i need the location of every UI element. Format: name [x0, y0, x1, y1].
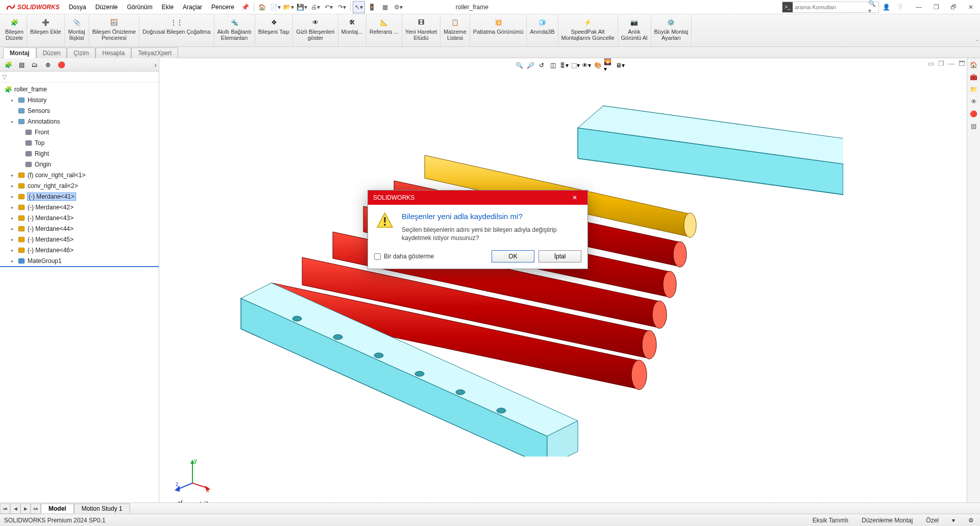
twist-icon[interactable]: ▸ — [9, 205, 15, 210]
dont-show-checkbox[interactable] — [374, 253, 381, 260]
dock-custom-icon[interactable]: ▤ — [968, 121, 979, 132]
dont-show-again[interactable]: Bir daha gösterme — [374, 253, 434, 260]
tree-node[interactable]: ▸(f) conv_right_rail<1> — [0, 170, 159, 180]
search-icon[interactable]: 🔍▾ — [868, 0, 878, 14]
user-icon[interactable]: 👤 — [880, 1, 892, 13]
tab-property-icon[interactable]: ▤ — [15, 59, 28, 70]
tab-tekyaz[interactable]: TekyazXpert — [131, 47, 178, 58]
tree-root[interactable]: 🧩 roller_frame — [0, 84, 159, 94]
mdi-min[interactable]: — — [947, 59, 955, 67]
twist-icon[interactable]: ▸ — [9, 216, 15, 221]
panel-collapse-icon[interactable]: › — [154, 61, 157, 69]
close-button[interactable]: ✕ — [964, 2, 978, 13]
tab-motion-study[interactable]: Motion Study 1 — [74, 504, 130, 513]
tab-assembly[interactable]: Montaj — [3, 47, 36, 58]
tree-node[interactable]: Sensors — [0, 105, 159, 116]
dialog-close-icon[interactable]: ✕ — [567, 190, 582, 205]
help-icon[interactable]: ❔ — [893, 1, 905, 13]
tab-prev-icon[interactable]: ◀ — [10, 504, 20, 514]
dock-home-icon[interactable]: 🏠 — [968, 59, 979, 70]
tab-sketch[interactable]: Çizim — [67, 47, 95, 58]
open-icon[interactable]: 📂▾ — [283, 1, 295, 13]
ribbon-exploded-view[interactable]: 💥Patlatma Görünümü — [470, 15, 527, 46]
twist-icon[interactable]: ▸ — [9, 173, 15, 178]
status-units[interactable]: Özel — [924, 517, 941, 524]
tree-node[interactable]: Right — [0, 148, 159, 159]
ribbon-reference-geometry[interactable]: 📐Referans ... — [366, 15, 402, 46]
ribbon-mate[interactable]: 📎Montajİlişkisi — [65, 15, 89, 46]
menu-file[interactable]: Dosya — [65, 2, 90, 13]
mdi-tile[interactable]: ❐ — [937, 59, 945, 67]
dock-view-icon[interactable]: 👁 — [968, 96, 979, 107]
twist-icon[interactable]: ▸ — [9, 237, 15, 242]
save-icon[interactable]: 💾▾ — [296, 1, 308, 13]
command-search[interactable]: >_ 🔍▾ — [782, 2, 879, 13]
tree-node[interactable]: ▸(-) Merdane<42> — [0, 202, 159, 212]
select-icon[interactable]: ↖▾ — [353, 1, 365, 13]
ribbon-move-component[interactable]: ✥Bileşeni Taşı — [255, 15, 293, 46]
mdi-max[interactable]: 🗖 — [958, 59, 966, 67]
dock-appearances-icon[interactable]: 🔴 — [968, 108, 979, 119]
twist-icon[interactable]: ▸ — [9, 98, 15, 103]
menu-window[interactable]: Pencere — [207, 2, 238, 13]
menu-insert[interactable]: Ekle — [158, 2, 178, 13]
tab-dim-icon[interactable]: ⊕ — [42, 59, 54, 70]
tree-node[interactable]: ▸(-) Merdane<44> — [0, 223, 159, 234]
tab-first-icon[interactable]: ⏮ — [0, 504, 10, 514]
graphics-viewport[interactable]: 🔍 🔎 ↺ ◫ 🎛▾ ⬚▾ 👁▾ 🎨 🌄▾ 🖥▾ ▭ ❐ — 🗖 ✕ — [159, 58, 980, 514]
ribbon-smart-fasteners[interactable]: 🔩Akıllı BağlantıElemanları — [214, 15, 255, 46]
dialog-titlebar[interactable]: SOLIDWORKS ✕ — [368, 190, 587, 205]
menu-tools[interactable]: Araçlar — [179, 2, 206, 13]
tab-last-icon[interactable]: ⏭ — [31, 504, 41, 514]
status-gear-icon[interactable]: ⚙ — [966, 517, 976, 524]
tree-node[interactable]: Top — [0, 137, 159, 148]
undo-icon[interactable]: ↶▾ — [323, 1, 335, 13]
ribbon-bom[interactable]: 📋MalzemeListesi — [440, 15, 470, 46]
rebuild-icon[interactable]: ▦ — [379, 1, 391, 13]
tab-feature-tree-icon[interactable]: 🧩 — [2, 59, 14, 70]
tree-node[interactable]: Origin — [0, 159, 159, 170]
tab-next-icon[interactable]: ▶ — [20, 504, 31, 514]
dock-resources-icon[interactable]: 🧰 — [968, 71, 979, 83]
tree-rollback-bar[interactable] — [0, 266, 159, 267]
ok-button[interactable]: OK — [492, 250, 534, 262]
new-icon[interactable]: 📄▾ — [270, 1, 282, 13]
tree-node[interactable]: ▸History — [0, 94, 159, 105]
redo-icon[interactable]: ↷▾ — [336, 1, 348, 13]
restore-button[interactable]: 🗗 — [946, 2, 961, 13]
twist-icon[interactable]: ▸ — [9, 258, 15, 264]
twist-icon[interactable]: ▸ — [9, 119, 15, 124]
mdi-pin[interactable]: ▭ — [927, 59, 935, 67]
tree-node[interactable]: ▸(-) Merdane<43> — [0, 212, 159, 223]
traffic-icon[interactable]: 🚦 — [366, 1, 378, 13]
tab-display-icon[interactable]: 🔴 — [55, 59, 67, 70]
tab-config-icon[interactable]: 🗂 — [29, 59, 41, 70]
restore-parent-button[interactable]: ❐ — [929, 2, 943, 13]
ribbon-edit-component[interactable]: 🧩BileşenDüzele — [2, 15, 27, 46]
ribbon-new-motion-study[interactable]: 🎞Yeni HareketEtüdü — [402, 15, 441, 46]
tree-node[interactable]: ▸Annotations — [0, 116, 159, 127]
twist-icon[interactable]: ▸ — [9, 226, 15, 231]
twist-icon[interactable]: ▸ — [9, 194, 15, 199]
ribbon-speedpak[interactable]: ⚡SpeedPak AltMontajlarını Güncelle — [558, 15, 618, 46]
tree-node[interactable]: ▸conv_right_rail<2> — [0, 180, 159, 191]
menu-view[interactable]: Görünüm — [123, 2, 157, 13]
pin-icon[interactable]: 📌 — [239, 1, 252, 13]
tab-evaluate[interactable]: Hesapla — [95, 47, 131, 58]
tree-node[interactable]: ▸(-) Merdane<41> — [0, 191, 159, 202]
home-icon[interactable]: 🏠 — [256, 1, 268, 13]
ribbon-insert-component[interactable]: ➕Bileşen Ekle — [27, 15, 65, 46]
ribbon-collapse[interactable]: ˇ — [976, 40, 978, 45]
twist-icon[interactable]: ▸ — [9, 248, 15, 253]
dock-library-icon[interactable]: 📁 — [968, 84, 979, 95]
menu-edit[interactable]: Düzenle — [91, 2, 122, 13]
ribbon-preview-window[interactable]: 🪟Bileşen ÖnizlemePenceresi — [89, 15, 140, 46]
tree-node[interactable]: ▸MateGroup1 — [0, 255, 159, 266]
cancel-button[interactable]: İptal — [538, 250, 581, 262]
status-dropdown-icon[interactable]: ▾ — [950, 517, 957, 524]
tree-node[interactable]: Front — [0, 127, 159, 137]
tab-layout[interactable]: Düzen — [36, 47, 67, 58]
ribbon-snapshot[interactable]: 📷AnlıkGörüntü Al — [618, 15, 651, 46]
ribbon-assembly-features[interactable]: 🛠Montaj... — [338, 15, 366, 46]
ribbon-instant3d[interactable]: 🧊Anında3B — [527, 15, 558, 46]
